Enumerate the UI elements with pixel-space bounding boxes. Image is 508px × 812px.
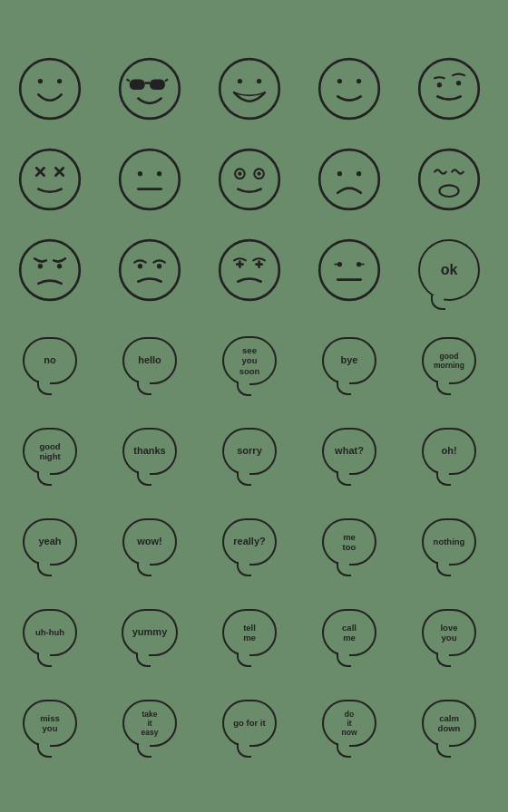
bubble-see-you-soon[interactable]: seeyousoon [209,320,290,401]
bubble-text-miss-you: missyou [40,713,60,734]
svg-point-35 [419,150,479,209]
bubble-do-it-now[interactable]: doitnow [308,682,390,764]
bubble-text-bye: bye [341,354,358,366]
svg-point-10 [238,79,242,83]
bubble-text-what: what? [335,445,364,457]
bubble-text-me-too: metoo [343,532,357,553]
svg-point-31 [257,172,260,176]
svg-point-18 [20,150,80,209]
bubble-good-night[interactable]: goodnight [9,411,91,492]
face-dizzy[interactable] [209,139,290,220]
svg-point-38 [38,264,43,268]
bubble-ok[interactable]: ok [408,229,490,311]
bubble-yeah[interactable]: yeah [9,501,91,583]
svg-line-7 [127,79,130,81]
svg-point-0 [20,59,80,119]
bubble-text-nothing: nothing [434,536,465,546]
bubble-text-uh-huh: uh-huh [35,627,64,637]
svg-point-23 [120,150,180,209]
bubble-text-go-for-it: go for it [233,718,265,728]
bubble-yummy[interactable]: yummy [109,592,190,673]
face-grin[interactable] [209,48,290,130]
bubble-text-yeah: yeah [38,536,61,547]
bubble-sorry[interactable]: sorry [209,411,290,492]
face-cry[interactable] [209,229,290,311]
face-neutral-smile[interactable] [308,48,390,130]
bubble-uh-huh[interactable]: uh-huh [9,592,91,673]
bubble-wow[interactable]: wow! [109,501,190,583]
svg-point-33 [337,171,342,176]
bubble-text-good-morning: goodmorning [434,352,464,370]
svg-point-15 [419,59,479,119]
bubble-text-calm-down: calmdown [438,713,461,734]
bubble-bye[interactable]: bye [308,320,390,401]
svg-point-29 [238,172,241,176]
svg-point-13 [337,79,342,83]
bubble-no[interactable]: no [9,320,91,401]
face-cool[interactable] [109,48,190,130]
svg-point-17 [456,81,461,85]
svg-point-37 [20,240,80,300]
emoji-grid: ok no hello seeyousoon bye goodmorning g… [0,30,508,782]
svg-point-48 [319,240,379,300]
svg-point-27 [220,150,279,209]
face-angry[interactable] [9,229,91,311]
bubble-text-see-you-soon: seeyousoon [239,345,260,376]
svg-point-9 [220,59,279,119]
bubble-text-no: no [44,354,55,366]
face-neutral[interactable] [109,139,190,220]
bubble-text-take-it-easy: takeiteasy [142,710,159,738]
svg-point-1 [38,79,43,83]
face-screaming[interactable] [408,139,490,220]
bubble-text-hello: hello [138,354,161,366]
svg-point-16 [437,82,442,87]
bubble-really[interactable]: really? [209,501,290,583]
svg-point-42 [157,264,161,268]
bubble-text-sorry: sorry [237,445,262,457]
bubble-text-oh: oh! [441,445,456,457]
bubble-what[interactable]: what? [308,411,390,492]
svg-point-24 [138,171,142,176]
bubble-take-it-easy[interactable]: takeiteasy [109,682,190,764]
svg-line-8 [165,79,168,81]
svg-point-41 [138,264,142,268]
svg-point-39 [57,264,62,268]
bubble-go-for-it[interactable]: go for it [209,682,290,764]
bubble-nothing[interactable]: nothing [408,501,490,583]
svg-point-34 [357,171,361,176]
svg-point-3 [120,59,180,119]
bubble-good-morning[interactable]: goodmorning [408,320,490,401]
svg-rect-5 [150,79,165,90]
bubble-text-really: really? [233,536,265,547]
svg-point-36 [439,185,458,197]
bubble-text-thanks: thanks [133,445,165,457]
bubble-calm-down[interactable]: calmdown [408,682,490,764]
bubble-text-call-me: callme [342,623,357,643]
bubble-love-you[interactable]: loveyou [408,592,490,673]
svg-point-12 [319,59,379,119]
bubble-oh[interactable]: oh! [408,411,490,492]
svg-point-32 [319,150,379,209]
svg-rect-4 [130,79,145,90]
bubble-text-tell-me: tellme [243,623,256,643]
svg-point-11 [257,79,261,83]
bubble-text-good-night: goodnight [39,441,60,462]
face-raised-eyebrow[interactable] [408,48,490,130]
face-worried[interactable] [109,229,190,311]
face-sad[interactable] [308,139,390,220]
bubble-thanks[interactable]: thanks [109,411,190,492]
svg-point-14 [357,79,361,83]
face-smile[interactable] [9,48,91,130]
bubble-call-me[interactable]: callme [308,592,390,673]
bubble-tell-me[interactable]: tellme [209,592,290,673]
face-expressionless[interactable] [308,229,390,311]
bubble-me-too[interactable]: metoo [308,501,390,583]
bubble-text-do-it-now: doitnow [342,710,357,738]
bubble-text-ok: ok [441,261,458,278]
bubble-miss-you[interactable]: missyou [9,682,91,764]
svg-point-43 [220,240,279,300]
bubble-hello[interactable]: hello [109,320,190,401]
bubble-text-love-you: loveyou [440,623,457,643]
svg-point-2 [57,79,62,83]
face-x-eyes[interactable] [9,139,91,220]
